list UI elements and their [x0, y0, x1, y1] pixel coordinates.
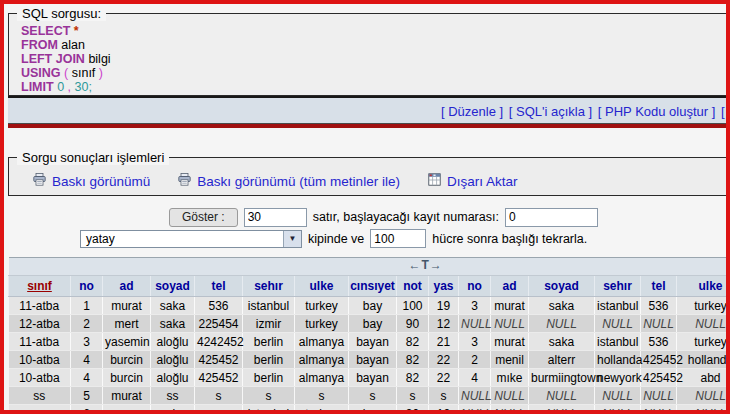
table-row: sss6sakasistanbulturkeybay9012NULLNULLNU…: [9, 405, 730, 414]
sql-line: LEFT JOIN bilgi: [21, 52, 730, 66]
start-record-input[interactable]: [505, 208, 598, 227]
table-cell: 3: [459, 297, 491, 315]
table-cell: murat: [491, 333, 529, 351]
table-cell: 2: [71, 315, 103, 333]
table-cell: s: [195, 387, 243, 405]
export-link[interactable]: Dışarı Aktar: [428, 173, 518, 189]
table-cell: burmiingtown: [529, 369, 595, 387]
show-button[interactable]: Göster :: [169, 208, 238, 227]
table-cell: aloğlu: [151, 333, 195, 351]
table-cell: saka: [529, 333, 595, 351]
column-header-2-ad[interactable]: ad: [103, 276, 151, 297]
results-operations-row: Baskı görünümü Baskı görünümü (tüm metin…: [9, 165, 730, 189]
column-header-15-ulke[interactable]: ulke: [677, 276, 730, 297]
table-cell: berlin: [243, 333, 295, 351]
column-header-11-ad[interactable]: ad: [491, 276, 529, 297]
table-cell: turkey: [677, 333, 730, 351]
column-header-12-soyad[interactable]: soyad: [529, 276, 595, 297]
table-cell: 3: [459, 333, 491, 351]
pagination-line2: yatay ▼ kipinde ve hücre sonra başlığı t…: [80, 228, 726, 249]
table-cell: 22: [429, 369, 459, 387]
table-cell: 12-atba: [9, 315, 71, 333]
pagination-line1: Göster : satır, başlayacağı kayıt numara…: [169, 206, 726, 228]
row-count-label: satır, başlayacağı kayıt numarası:: [313, 210, 499, 224]
table-cell: NULL: [641, 387, 677, 405]
table-cell: NULL: [459, 315, 491, 333]
table-cell: 21: [429, 333, 459, 351]
table-cell: s: [349, 387, 397, 405]
table-cell: NULL: [641, 315, 677, 333]
table-cell: 4: [71, 351, 103, 369]
display-mode-select[interactable]: yatay ▼: [80, 230, 302, 248]
table-cell: s: [397, 387, 429, 405]
column-header-13-sehır[interactable]: sehır: [595, 276, 641, 297]
sql-query-box: SQL sorgusu: SELECT *FROM alanLEFT JOIN …: [8, 6, 730, 96]
table-cell: NULL: [677, 315, 730, 333]
table-cell: aloğlu: [151, 369, 195, 387]
table-cell: 425452: [195, 369, 243, 387]
column-header-3-soyad[interactable]: soyad: [151, 276, 195, 297]
table-cell: burcin: [103, 351, 151, 369]
column-header-4-tel[interactable]: tel: [195, 276, 243, 297]
table-row: ss5muratssssssssNULLNULLNULLNULLNULLNULL: [9, 387, 730, 405]
sql-line: LIMIT 0 , 30;: [21, 80, 730, 94]
table-cell: murat: [103, 297, 151, 315]
column-header-5-sehır[interactable]: sehır: [243, 276, 295, 297]
table-row: 11-atba1muratsaka536istanbulturkeybay100…: [9, 297, 730, 315]
column-header-9-yas[interactable]: yas: [429, 276, 459, 297]
column-header-7-cınsıyet[interactable]: cınsıyet: [349, 276, 397, 297]
display-direction-toggle[interactable]: ←T→: [409, 258, 443, 272]
table-cell: yasemin: [103, 333, 151, 351]
column-header-6-ulke[interactable]: ulke: [295, 276, 349, 297]
sql-code: SELECT *FROM alanLEFT JOIN bilgiUSING ( …: [9, 21, 730, 94]
table-cell: NULL: [529, 405, 595, 414]
table-cell: turkey: [295, 405, 349, 414]
table-cell: 11-atba: [9, 297, 71, 315]
column-header-0-sınıf[interactable]: sınıf: [9, 276, 71, 297]
sql-line: FROM alan: [21, 38, 730, 52]
table-cell: turkey: [295, 297, 349, 315]
table-cell: 4: [71, 369, 103, 387]
repeat-headers-input[interactable]: [370, 229, 426, 248]
table-cell: bay: [349, 297, 397, 315]
column-header-14-tel[interactable]: tel: [641, 276, 677, 297]
table-cell: NULL: [595, 405, 641, 414]
table-cell: [103, 405, 151, 414]
table-cell: ss: [9, 387, 71, 405]
table-cell: istanbul: [243, 405, 295, 414]
query-link-1[interactable]: [ SQL'i açıkla ]: [509, 104, 592, 119]
table-cell: NULL: [529, 315, 595, 333]
print-view-fulltext-link[interactable]: Baskı görünümü (tüm metinler ile): [178, 173, 400, 189]
table-cell: 425452: [641, 351, 677, 369]
mode-suffix-label: kipinde ve: [308, 232, 364, 246]
table-cell: berlin: [243, 369, 295, 387]
table-cell: turkey: [677, 297, 730, 315]
table-cell: bay: [349, 315, 397, 333]
table-cell: s: [243, 387, 295, 405]
column-header-1-no[interactable]: no: [71, 276, 103, 297]
table-cell: 19: [429, 297, 459, 315]
table-cell: izmir: [243, 315, 295, 333]
table-cell: NULL: [459, 387, 491, 405]
row-count-input[interactable]: [244, 208, 307, 227]
table-cell: 82: [397, 369, 429, 387]
table-cell: murat: [103, 387, 151, 405]
query-link-2[interactable]: [ PHP Kodu oluştur ]: [598, 104, 716, 119]
table-cell: 536: [641, 333, 677, 351]
table-cell: 3: [71, 333, 103, 351]
column-header-8-not[interactable]: not: [397, 276, 429, 297]
table-cell: NULL: [491, 405, 529, 414]
table-cell: almanya: [295, 369, 349, 387]
table-cell: mert: [103, 315, 151, 333]
table-cell: hollanda: [595, 351, 641, 369]
query-link-3[interactable]: [ Y: [721, 104, 730, 119]
results-table: ←T→sınıfnoadsoyadtelsehırulkecınsıyetnot…: [8, 257, 730, 414]
table-cell: hollanda: [677, 351, 730, 369]
table-cell: NULL: [677, 387, 730, 405]
column-header-10-no[interactable]: no: [459, 276, 491, 297]
table-cell: almanya: [295, 333, 349, 351]
table-cell: NULL: [677, 405, 730, 414]
table-cell: saka: [151, 405, 195, 414]
print-view-link[interactable]: Baskı görünümü: [33, 173, 150, 189]
query-link-0[interactable]: [ Düzenle ]: [441, 104, 503, 119]
